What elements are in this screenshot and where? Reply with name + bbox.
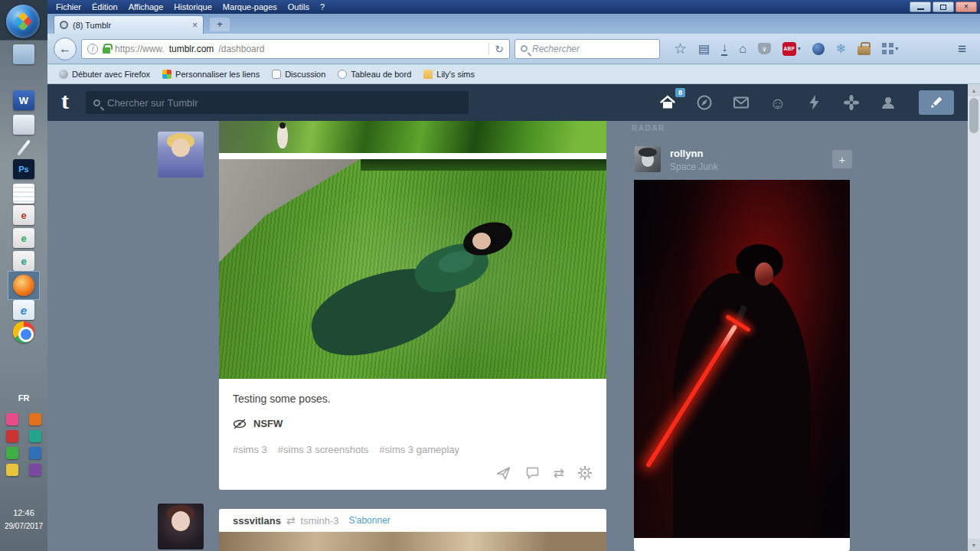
reload-icon[interactable]: ↻ xyxy=(488,43,504,55)
share-icon[interactable] xyxy=(495,465,511,481)
gear-icon[interactable] xyxy=(577,465,593,481)
tumblr-logo[interactable]: t xyxy=(61,90,69,116)
reader-teal-icon[interactable]: e xyxy=(13,251,34,271)
pinwheel-extension-icon[interactable] xyxy=(842,93,861,112)
briefcase-extension-icon[interactable] xyxy=(858,46,871,55)
taskbar-clock[interactable]: 12:46 xyxy=(0,508,47,517)
menu-fichier[interactable]: Fichier xyxy=(51,0,87,14)
radar-avatar[interactable] xyxy=(635,146,661,172)
internet-explorer-icon[interactable]: e xyxy=(13,300,34,320)
tag[interactable]: #sims 3 screenshots xyxy=(278,444,369,455)
home-icon[interactable]: 8 xyxy=(658,93,677,112)
tray-icon-yellow[interactable] xyxy=(6,464,18,476)
tray-icon-purple[interactable] xyxy=(29,464,41,476)
tray-icon-orange[interactable] xyxy=(29,413,41,425)
tumblr-header: t 8 ☺ xyxy=(47,84,968,121)
follow-link[interactable]: S'abonner xyxy=(348,515,390,526)
bookmark-personnaliser[interactable]: Personnaliser les liens xyxy=(157,65,265,83)
tag[interactable]: #sims 3 xyxy=(233,444,267,455)
windows-start-orb[interactable] xyxy=(6,5,40,38)
post-avatar[interactable] xyxy=(158,504,204,549)
mail-icon[interactable] xyxy=(13,115,34,135)
reply-icon[interactable] xyxy=(524,465,541,481)
reblog-source[interactable]: tsminh-3 xyxy=(301,515,339,527)
word-icon[interactable]: W xyxy=(13,90,34,110)
firefox-icon[interactable] xyxy=(13,275,34,296)
url-domain: tumblr.com xyxy=(169,44,214,54)
next-post-image[interactable] xyxy=(219,532,606,551)
https-lock-icon[interactable] xyxy=(103,47,110,54)
bookmark-debuter[interactable]: Débuter avec Firefox xyxy=(54,65,155,83)
tag[interactable]: #sims 3 gameplay xyxy=(379,444,459,455)
menu-hamburger-icon[interactable]: ≡ xyxy=(958,41,966,57)
compose-button[interactable] xyxy=(919,90,954,115)
reblog-icon[interactable]: ⇄ xyxy=(554,467,564,480)
explore-compass-icon[interactable] xyxy=(695,93,714,112)
messages-envelope-icon[interactable] xyxy=(732,93,750,112)
pocket-icon[interactable]: ∨ xyxy=(758,43,771,54)
scroll-down-arrow[interactable]: ▼ xyxy=(968,539,980,551)
adblock-plus-icon[interactable]: ABP ▾ xyxy=(782,42,801,56)
browser-search-input[interactable] xyxy=(532,44,654,54)
maximize-button[interactable] xyxy=(933,2,954,12)
photoshop-icon[interactable]: Ps xyxy=(13,159,34,179)
post-avatar[interactable] xyxy=(158,132,204,178)
taskbar-date[interactable]: 29/07/2017 xyxy=(0,522,47,530)
radar-follow-button[interactable]: + xyxy=(832,150,852,168)
url-bar[interactable]: i https://www.tumblr.com/dashboard ↻ xyxy=(81,39,510,59)
reader-green-icon[interactable]: e xyxy=(13,228,34,248)
menu-historique[interactable]: Historique xyxy=(168,0,217,14)
tray-icon-red[interactable] xyxy=(6,430,18,442)
menu-help[interactable]: ? xyxy=(315,0,330,14)
downloads-icon[interactable]: ↓ xyxy=(721,41,727,56)
photoset-image-main[interactable] xyxy=(219,159,606,379)
bookmark-lilys-sims[interactable]: Lily's sims xyxy=(418,65,480,83)
abp-caret-icon[interactable]: ▾ xyxy=(798,45,801,52)
scrollbar[interactable]: ▲ ▼ xyxy=(968,84,980,551)
new-tab-button[interactable]: + xyxy=(210,18,230,31)
menu-marque-pages[interactable]: Marque-pages xyxy=(217,0,283,14)
tray-icon-teal[interactable] xyxy=(29,430,41,442)
folder-icon[interactable] xyxy=(13,44,34,64)
grid-caret-icon[interactable]: ▾ xyxy=(895,45,898,52)
ghostery-extension-icon[interactable] xyxy=(812,43,825,55)
tab-tumblr[interactable]: (8) Tumblr × xyxy=(54,15,204,34)
menu-outils[interactable]: Outils xyxy=(283,0,315,14)
grid-extension-icon[interactable]: ▾ xyxy=(882,43,898,54)
scrollbar-thumb[interactable] xyxy=(969,98,978,133)
radar-username[interactable]: rollynn xyxy=(670,148,703,159)
bookmark-discussion[interactable]: Discussion xyxy=(266,65,331,83)
tray-icon-green[interactable] xyxy=(6,447,18,459)
tab-title: (8) Tumblr xyxy=(73,21,188,30)
account-person-icon[interactable] xyxy=(879,93,897,112)
radar-post-image[interactable] xyxy=(634,180,850,538)
bookmark-tableau-de-bord[interactable]: Tableau de bord xyxy=(332,65,416,83)
radar-post-footer xyxy=(634,538,850,551)
home-button-icon[interactable]: ⌂ xyxy=(739,43,746,55)
tab-close-icon[interactable]: × xyxy=(192,20,198,31)
close-button[interactable]: × xyxy=(956,2,977,12)
chrome-icon[interactable] xyxy=(13,321,34,343)
menu-edition[interactable]: Édition xyxy=(87,0,123,14)
notepad-icon[interactable] xyxy=(13,184,34,204)
activity-lightning-icon[interactable] xyxy=(805,93,824,112)
tray-icon-blue[interactable] xyxy=(29,447,41,459)
tray-icon-pink[interactable] xyxy=(6,413,18,425)
back-button[interactable]: ← xyxy=(54,37,77,60)
page-info-icon[interactable]: i xyxy=(87,44,98,54)
tumblr-search-input[interactable] xyxy=(107,97,461,109)
language-indicator[interactable]: FR xyxy=(0,393,47,403)
chat-smiley-icon[interactable]: ☺ xyxy=(769,93,787,112)
snowflake-extension-icon[interactable]: ❄ xyxy=(836,41,846,56)
scroll-up-arrow[interactable]: ▲ xyxy=(968,84,980,96)
pen-icon[interactable] xyxy=(13,138,34,158)
bookmarks-sidebar-icon[interactable]: ▤ xyxy=(698,43,710,55)
menu-affichage[interactable]: Affichage xyxy=(123,0,169,14)
reader-red-icon[interactable]: e xyxy=(13,205,34,225)
minimize-button[interactable] xyxy=(910,2,931,12)
head-shape xyxy=(472,233,491,249)
photoset-image-top[interactable] xyxy=(219,121,606,153)
bookmark-star-icon[interactable]: ☆ xyxy=(674,41,687,56)
post-username[interactable]: sssvitlans xyxy=(233,515,281,527)
pencil-icon xyxy=(928,94,945,111)
